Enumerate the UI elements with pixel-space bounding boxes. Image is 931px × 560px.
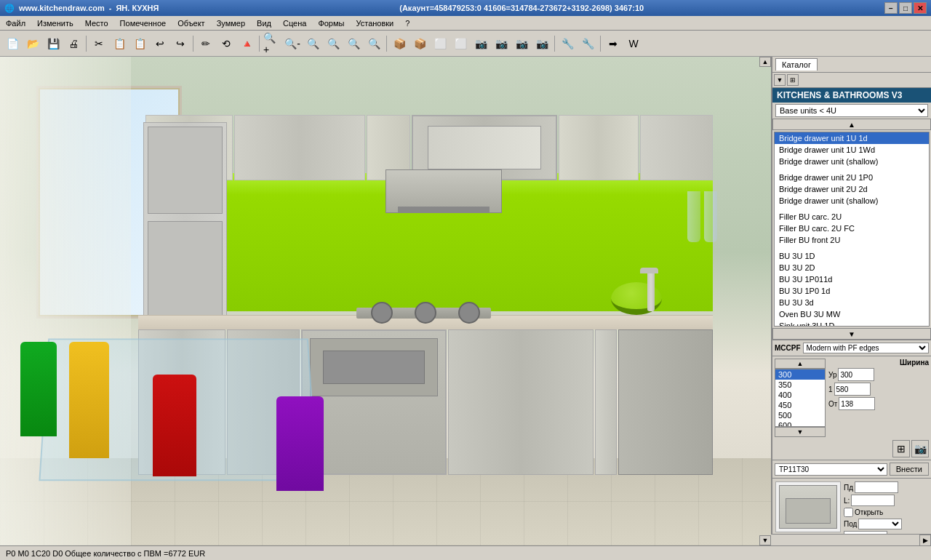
camera-tool4[interactable]: 📷 (532, 34, 551, 53)
cat-item-fillerbu2ufc[interactable]: Filler BU carc. 2U FC (775, 223, 929, 234)
vp-scroll-up[interactable]: ▲ (759, 57, 771, 67)
menu-marked[interactable]: Помеченное (114, 16, 172, 30)
menu-edit[interactable]: Изменить (31, 16, 79, 30)
menu-scene[interactable]: Сцена (277, 16, 312, 30)
catalog-filter-select[interactable]: Base units < 4U (775, 104, 928, 117)
vent-bottom (398, 207, 490, 212)
cat-item-bridge1u1wd[interactable]: Bridge drawer unit 1U 1Wd (775, 144, 929, 156)
paste-button[interactable]: 📋 (130, 34, 149, 53)
redo-button[interactable]: ↪ (171, 34, 190, 53)
menu-help[interactable]: ? (399, 16, 415, 30)
size-450[interactable]: 450 (775, 400, 825, 410)
menu-view[interactable]: Вид (251, 16, 277, 30)
icon-btns-row: ⊞ 📷 (775, 440, 929, 457)
rect-tool1[interactable]: ⬜ (431, 34, 449, 53)
list-scroll-up[interactable]: ▲ (772, 119, 931, 130)
cat-item-bridge1ushallow[interactable]: Bridge drawer unit (shallow) (775, 156, 929, 167)
cat-item-bridge2u1p0[interactable]: Bridge drawer unit 2U 1P0 (775, 172, 929, 183)
cat-item-bu3u2d[interactable]: BU 3U 2D (775, 262, 929, 273)
undo-button[interactable]: ↩ (151, 34, 169, 53)
catalog-filter: Base units < 4U (772, 103, 931, 119)
cat-item-fillerbu2u[interactable]: Filler BU carc. 2U (775, 211, 929, 223)
menu-bar: Файл Изменить Место Помеченное Объект Зу… (0, 16, 931, 31)
object-tool1[interactable]: 📦 (390, 34, 409, 53)
upper-cabinet-5 (640, 115, 713, 180)
dim-i-input[interactable] (834, 383, 871, 396)
size-600[interactable]: 600 (775, 420, 825, 427)
copy-button[interactable]: 📋 (110, 34, 129, 53)
cut-button[interactable]: ✂ (89, 34, 108, 53)
minimize-button[interactable]: − (884, 2, 898, 14)
dim-i-label: 1 (828, 385, 833, 393)
zoom-extra2-button[interactable]: 🔍 (364, 34, 383, 53)
cat-item-bridge2ushallow[interactable]: Bridge drawer unit (shallow) (775, 195, 929, 207)
menu-file[interactable]: Файл (0, 16, 31, 30)
edit-tool[interactable]: ✏ (196, 34, 215, 53)
menu-object[interactable]: Объект (172, 16, 210, 30)
save-button[interactable]: 💾 (44, 34, 63, 53)
menu-place[interactable]: Место (79, 16, 114, 30)
object-tool2[interactable]: 📦 (410, 34, 429, 53)
print-button[interactable]: 🖨 (64, 34, 83, 53)
triangle-tool[interactable]: 🔺 (237, 34, 256, 53)
cat-icon-2[interactable]: ⊞ (787, 74, 799, 86)
width-label: Ширина (828, 359, 929, 367)
extra-tool2[interactable]: 🔧 (578, 34, 597, 53)
dim-from-input[interactable] (839, 397, 875, 410)
zoom-out-button[interactable]: 🔍- (283, 34, 302, 53)
maximize-button[interactable]: □ (899, 2, 912, 14)
pv-pod-select[interactable] (858, 519, 902, 529)
camera-tool1[interactable]: 📷 (471, 34, 490, 53)
list-scroll-down[interactable]: ▼ (772, 328, 931, 340)
cat-item-bu3u1p01d[interactable]: BU 3U 1P0 1d (775, 285, 929, 297)
w-tool[interactable]: W (624, 34, 643, 53)
zoom-fit-button[interactable]: 🔍 (303, 34, 322, 53)
size-400[interactable]: 400 (775, 390, 825, 400)
cat-item-bu3u1p011d[interactable]: BU 3U 1P011d (775, 273, 929, 285)
rect-tool2[interactable]: ⬜ (451, 34, 470, 53)
cat-item-bu3u3d[interactable]: BU 3U 3d (775, 297, 929, 308)
zoom-100-button[interactable]: 🔍 (324, 34, 343, 53)
camera-icon-btn[interactable]: 📷 (911, 440, 929, 457)
dim-y-input[interactable] (838, 368, 874, 381)
camera-tool2[interactable]: 📷 (492, 34, 511, 53)
open-button[interactable]: 📂 (23, 34, 42, 53)
pv-open-checkbox[interactable] (844, 508, 853, 517)
cat-item-bridge2u2d[interactable]: Bridge drawer unit 2U 2d (775, 183, 929, 195)
zoom-extra-button[interactable]: 🔍 (344, 34, 363, 53)
pv-l-input[interactable] (851, 495, 895, 506)
new-button[interactable]: 📄 (3, 34, 22, 53)
cat-item-bu3u1d[interactable]: BU 3U 1D (775, 250, 929, 262)
size-350[interactable]: 350 (775, 380, 825, 390)
view-icon-btn[interactable]: ⊞ (892, 440, 910, 457)
bottom-select[interactable]: ТР11Т30 (775, 463, 887, 476)
menu-zoom[interactable]: Зуммер (211, 16, 251, 30)
size-down[interactable]: ▼ (775, 427, 826, 437)
close-button[interactable]: ✕ (914, 2, 927, 14)
menu-forms[interactable]: Формы (312, 16, 350, 30)
catalog-list[interactable]: Bridge drawer unit 1U 1d Bridge drawer u… (774, 132, 930, 327)
zoom-in-button[interactable]: 🔍+ (263, 34, 281, 53)
cat-item-ovenbu3umw[interactable]: Oven BU 3U MW (775, 308, 929, 320)
h-scroll-right[interactable]: ▶ (919, 535, 931, 546)
cat-item-sink3u1d[interactable]: Sink unit 3U 1D (775, 320, 929, 327)
extra-tool1[interactable]: 🔧 (558, 34, 577, 53)
size-up[interactable]: ▲ (775, 359, 826, 369)
cat-item-fillerbufront2u[interactable]: Filler BU front 2U (775, 234, 929, 246)
pv-pd-input[interactable] (855, 481, 898, 493)
style-select[interactable]: Modern with PF edges (803, 343, 929, 353)
size-500[interactable]: 500 (775, 410, 825, 420)
size-list[interactable]: 300 350 400 450 500 600 (775, 369, 826, 427)
arrow-tool[interactable]: ➡ (604, 34, 623, 53)
camera-tool3[interactable]: 📷 (512, 34, 531, 53)
vp-scroll-down[interactable]: ▼ (759, 535, 771, 545)
cat-icon-1[interactable]: ▼ (774, 74, 786, 86)
rotate-tool[interactable]: ⟲ (217, 34, 236, 53)
insert-button[interactable]: Внести (890, 463, 929, 476)
status-bar: Р0 М0 1С20 D0 Общее количество с ПВМ =67… (0, 545, 931, 560)
catalog-tab[interactable]: Каталог (775, 58, 818, 71)
size-300[interactable]: 300 (775, 369, 825, 380)
cat-item-bridge1u1d[interactable]: Bridge drawer unit 1U 1d (775, 132, 929, 144)
viewport[interactable]: ▲ ▼ (0, 57, 771, 545)
menu-settings[interactable]: Установки (350, 16, 399, 30)
